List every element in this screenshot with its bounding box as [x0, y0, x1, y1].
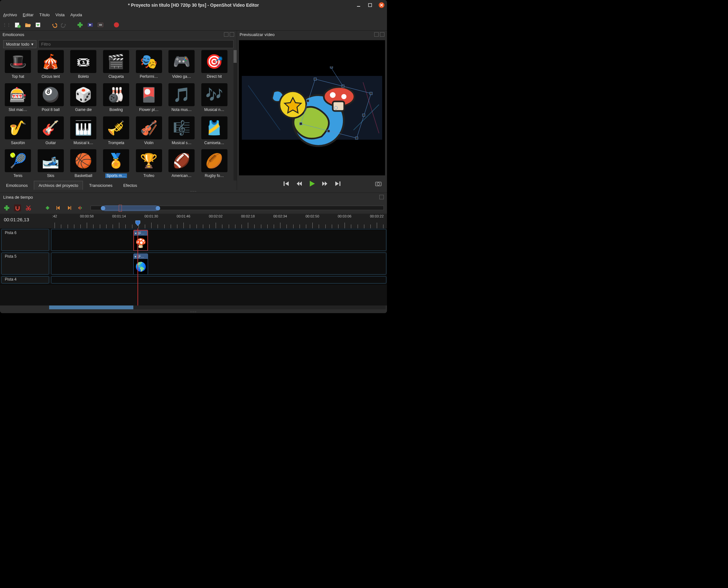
emoji-item[interactable]: 🎺Trompeta [101, 117, 132, 148]
emoji-item[interactable]: 🎰Slot mac… [3, 83, 34, 114]
emoji-label: Guitar [46, 141, 56, 145]
timeline-ruler[interactable]: :4200:00:5800:01:1400:01:3000:01:4600:02… [48, 214, 387, 228]
menu-titulo[interactable]: Título [39, 13, 50, 17]
emoji-item[interactable]: 🏀Basketball [68, 149, 99, 181]
emoji-item[interactable]: 🎶Musical n… [199, 83, 230, 114]
panel-close-icon[interactable] [380, 32, 384, 37]
profile-icon[interactable] [87, 21, 94, 28]
emoji-item[interactable]: 🎸Guitar [35, 117, 66, 148]
ruler-label: 00:02:34 [274, 214, 287, 218]
open-project-icon[interactable] [24, 21, 31, 28]
svg-rect-59 [80, 206, 80, 210]
undo-icon[interactable] [50, 21, 57, 28]
panel-float-icon[interactable] [379, 195, 384, 199]
emoji-item[interactable]: 🎴Flower pl… [133, 83, 164, 114]
panel-close-icon[interactable] [230, 32, 234, 37]
tab-emoticonos[interactable]: Emoticonos [1, 181, 33, 190]
emoji-item[interactable]: 🏆Trofeo [133, 149, 164, 181]
svg-rect-12 [99, 24, 102, 26]
marker-add-icon[interactable] [44, 204, 51, 211]
timeline-h-scrollbar[interactable] [49, 306, 386, 309]
timeline-toolbar [0, 202, 387, 214]
menu-archivo[interactable]: Archivo [3, 13, 17, 17]
horizontal-splitter[interactable]: ┉┉┉ [0, 311, 387, 313]
emoji-item[interactable]: 🎾Tenis [3, 149, 34, 181]
marker-next-icon[interactable] [66, 204, 73, 211]
import-files-icon[interactable] [77, 21, 84, 28]
add-track-icon[interactable] [3, 204, 10, 211]
tab-transiciones[interactable]: Transiciones [84, 181, 117, 190]
tab-archivos[interactable]: Archivos del proyecto [34, 181, 83, 190]
export-icon[interactable] [113, 21, 120, 28]
fullscreen-icon[interactable] [97, 21, 104, 28]
emoji-item[interactable]: 🎷Saxofón [3, 117, 34, 148]
emoji-item[interactable]: 🏈American… [166, 149, 197, 181]
emoji-item[interactable]: 🎮Video ga… [166, 50, 197, 81]
emoji-item[interactable]: 🎪Circus tent [35, 50, 66, 81]
tab-efectos[interactable]: Efectos [118, 181, 142, 190]
emoji-item[interactable]: 🎿Skis [35, 149, 66, 181]
emoji-thumb: 🎽 [201, 117, 227, 139]
panel-float-icon[interactable] [374, 32, 379, 37]
preview-viewport[interactable] [239, 40, 385, 175]
emoji-scrollbar[interactable] [234, 50, 237, 181]
snapshot-icon[interactable] [375, 180, 382, 187]
snap-icon[interactable] [14, 204, 21, 211]
rewind-icon[interactable] [296, 180, 303, 187]
emoji-label: Musical s… [171, 141, 191, 145]
horizontal-splitter[interactable]: ┉┉┉ [0, 190, 387, 193]
marker-prev-icon[interactable] [55, 204, 62, 211]
emoji-item[interactable]: 🎹Musical k… [68, 117, 99, 148]
timeline-clip[interactable]: ▾1F…🍄 [133, 230, 148, 251]
emoji-item[interactable]: 🎬Claqueta [101, 50, 132, 81]
emoji-item[interactable]: 🎳Bowling [101, 83, 132, 114]
emoji-item[interactable]: 🎭Performi… [133, 50, 164, 81]
emoji-item[interactable]: 🎟Boleto [68, 50, 99, 81]
razor-icon[interactable] [25, 204, 32, 211]
filter-input[interactable] [38, 40, 234, 48]
menu-ayuda[interactable]: Ayuda [70, 13, 82, 17]
emoji-item[interactable]: 🎻Violin [133, 117, 164, 148]
save-project-icon[interactable] [35, 21, 41, 28]
close-button[interactable] [379, 2, 384, 8]
emoji-item[interactable]: 🎼Musical s… [166, 117, 197, 148]
emoji-thumb: 🎶 [201, 83, 227, 106]
track-header[interactable]: Pista 4 [1, 276, 49, 284]
emoji-thumb: 🏈 [168, 149, 195, 172]
emoji-item[interactable]: 🏉Rugby fo… [199, 149, 230, 181]
forward-icon[interactable] [321, 180, 328, 187]
emoji-item[interactable]: 🎵Nota mus… [166, 83, 197, 114]
track-body[interactable]: ▾1F…🍄 [51, 229, 386, 251]
play-icon[interactable] [308, 180, 316, 187]
emoji-label: Flower pl… [139, 107, 159, 112]
ruler-label: :42 [52, 214, 57, 218]
track-header[interactable]: Pista 6 [1, 229, 49, 251]
jump-start-icon[interactable] [283, 180, 290, 187]
jump-end-icon[interactable] [334, 180, 341, 187]
filter-dropdown[interactable]: Mostrar todo▾ [3, 40, 36, 48]
panel-float-icon[interactable] [224, 32, 228, 37]
svg-rect-35 [284, 182, 285, 186]
emoji-item[interactable]: 🎽Camiseta… [199, 117, 230, 148]
track-body[interactable] [51, 276, 386, 284]
emoji-item[interactable]: 🎱Pool 8 ball [35, 83, 66, 114]
menu-vista[interactable]: Vista [56, 13, 65, 17]
track-header[interactable]: Pista 5 [1, 253, 49, 275]
emoji-item[interactable]: 🎲Game die [68, 83, 99, 114]
emoji-item[interactable]: 🎯Direct hit [199, 50, 230, 81]
playhead-icon[interactable] [135, 220, 141, 226]
timeline-zoom-slider[interactable] [90, 206, 384, 210]
new-project-icon[interactable]: + [14, 21, 21, 28]
redo-icon[interactable] [61, 21, 68, 28]
center-playhead-icon[interactable] [77, 204, 84, 211]
emoji-thumb: 🎲 [70, 83, 96, 106]
timeline-clip[interactable]: ▾1F…🌎 [133, 253, 148, 275]
minimize-button[interactable] [356, 2, 361, 8]
emoji-item[interactable]: 🏅Sports m… [101, 149, 132, 181]
emoji-item[interactable]: 🎩Top hat [3, 50, 34, 81]
menu-editar[interactable]: Editar [23, 13, 34, 17]
clip-header: ▾1F… [134, 231, 147, 236]
maximize-button[interactable] [367, 2, 373, 8]
playhead-line[interactable] [138, 228, 138, 306]
track-body[interactable]: ▾1F…🌎 [51, 253, 386, 275]
